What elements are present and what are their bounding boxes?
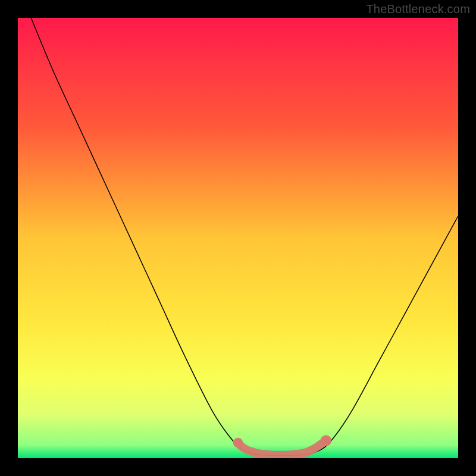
chart-plot-area [18,18,458,458]
chart-svg [18,18,458,458]
optimal-range-start-dot [233,438,243,448]
chart-frame: TheBottleneck.com [0,0,476,476]
watermark-text: TheBottleneck.com [366,2,470,16]
gradient-background [18,18,458,458]
optimal-range-end-dot [321,435,331,446]
